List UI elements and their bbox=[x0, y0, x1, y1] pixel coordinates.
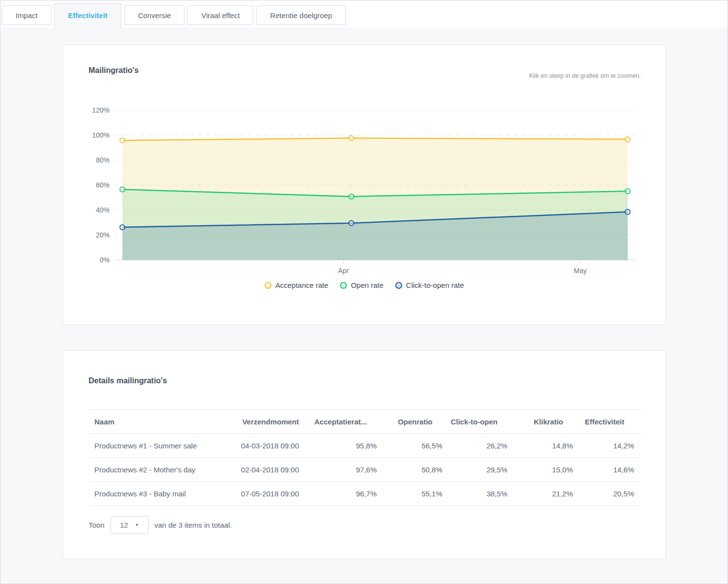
x-axis-label: Apr bbox=[338, 267, 349, 275]
legend-item-click-to-open-rate[interactable]: Click-to-open rate bbox=[395, 281, 464, 289]
legend-marker-icon bbox=[265, 282, 272, 289]
x-axis-label: May bbox=[574, 267, 587, 275]
table-cell: 14,6% bbox=[573, 458, 641, 482]
table-cell: 15,0% bbox=[507, 458, 573, 482]
table-cell: 55,1% bbox=[377, 482, 442, 506]
tab-retentie-doelgroep[interactable]: Retentie doelgroep bbox=[256, 5, 346, 25]
legend-label: Open rate bbox=[351, 281, 384, 289]
data-point-marker[interactable] bbox=[120, 138, 125, 143]
table-row: Productnews #1 - Summer sale04-03-2018 0… bbox=[89, 434, 641, 458]
data-point-marker[interactable] bbox=[120, 187, 125, 192]
y-axis-label: 0% bbox=[100, 256, 110, 264]
legend-item-open-rate[interactable]: Open rate bbox=[340, 281, 384, 289]
tab-viraal-effect[interactable]: Viraal effect bbox=[187, 5, 253, 25]
table-cell: 29,5% bbox=[442, 458, 507, 482]
y-axis-label: 60% bbox=[96, 181, 110, 189]
analytics-page: ImpactEffectiviteitConversieViraal effec… bbox=[0, 0, 728, 584]
table-cell: 96,7% bbox=[299, 482, 377, 506]
mailing-ratios-card: Mailingratio's Klik en sleep in de grafi… bbox=[63, 45, 666, 325]
table-cell: 14,2% bbox=[573, 434, 641, 458]
table-cell: 20,5% bbox=[573, 482, 641, 506]
table-cell: Productnews #2 - Mother's day bbox=[89, 458, 235, 482]
table-cell: 26,2% bbox=[442, 434, 507, 458]
data-point-marker[interactable] bbox=[349, 221, 354, 226]
column-header-2[interactable]: Acceptatierat... bbox=[299, 410, 377, 434]
legend-marker-icon bbox=[395, 282, 402, 289]
table-row: Productnews #3 - Baby mail07-05-2018 09:… bbox=[89, 482, 641, 506]
page-size-select[interactable]: 12 ▼ bbox=[111, 516, 149, 534]
table-cell: 50,8% bbox=[377, 458, 442, 482]
table-cell: Productnews #3 - Baby mail bbox=[89, 482, 235, 506]
total-items-text: van de 3 items in totaal. bbox=[155, 521, 232, 529]
data-point-marker[interactable] bbox=[625, 188, 630, 193]
data-point-marker[interactable] bbox=[625, 210, 630, 214]
table-cell: 07-05-2018 09:00 bbox=[235, 482, 299, 506]
details-card: Details mailingratio's NaamVerzendmoment… bbox=[63, 350, 666, 559]
chevron-down-icon: ▼ bbox=[135, 523, 139, 527]
data-point-marker[interactable] bbox=[349, 136, 354, 140]
chart-legend: Acceptance rateOpen rateClick-to-open ra… bbox=[63, 281, 665, 289]
table-cell: 14,8% bbox=[507, 434, 573, 458]
tab-bar: ImpactEffectiviteitConversieViraal effec… bbox=[0, 0, 728, 27]
column-header-6[interactable]: Effectiviteit bbox=[573, 410, 641, 434]
legend-label: Click-to-open rate bbox=[406, 281, 464, 289]
column-header-4[interactable]: Click-to-open bbox=[442, 410, 507, 434]
table-cell: 56,5% bbox=[377, 434, 442, 458]
table-cell: 95,8% bbox=[299, 434, 377, 458]
table-title: Details mailingratio's bbox=[89, 376, 167, 385]
details-table: NaamVerzendmomentAcceptatierat...Openrat… bbox=[89, 409, 641, 506]
data-point-marker[interactable] bbox=[120, 225, 125, 230]
pagination-footer: Toon 12 ▼ van de 3 items in totaal. bbox=[89, 516, 232, 534]
y-axis-label: 40% bbox=[96, 206, 110, 214]
chart-title: Mailingratio's bbox=[89, 66, 138, 75]
chart-zoom-hint: Klik en sleep in de grafiek om te zoomen… bbox=[529, 72, 641, 79]
data-point-marker[interactable] bbox=[349, 194, 354, 199]
table-cell: Productnews #1 - Summer sale bbox=[89, 434, 235, 458]
table-header-row: NaamVerzendmomentAcceptatierat...Openrat… bbox=[89, 410, 641, 434]
show-label: Toon bbox=[89, 521, 105, 529]
page-size-value: 12 bbox=[120, 521, 128, 529]
column-header-3[interactable]: Openratio bbox=[377, 410, 442, 434]
table-row: Productnews #2 - Mother's day02-04-2018 … bbox=[89, 458, 641, 482]
table-cell: 38,5% bbox=[442, 482, 507, 506]
mailing-ratios-chart[interactable]: 0%20%40%60%80%100%120%AprMay bbox=[63, 89, 666, 281]
tab-impact[interactable]: Impact bbox=[2, 5, 51, 25]
table-cell: 04-03-2018 09:00 bbox=[235, 434, 299, 458]
legend-marker-icon bbox=[340, 282, 347, 289]
content-area: Mailingratio's Klik en sleep in de grafi… bbox=[0, 27, 728, 584]
table-cell: 21,2% bbox=[507, 482, 573, 506]
legend-label: Acceptance rate bbox=[275, 281, 328, 289]
column-header-0[interactable]: Naam bbox=[89, 410, 235, 434]
column-header-5[interactable]: Klikratio bbox=[507, 410, 573, 434]
data-point-marker[interactable] bbox=[625, 137, 630, 141]
y-axis-label: 120% bbox=[92, 106, 110, 114]
table-cell: 02-04-2018 09:00 bbox=[235, 458, 299, 482]
tab-effectiviteit[interactable]: Effectiviteit bbox=[54, 3, 121, 27]
tab-conversie[interactable]: Conversie bbox=[124, 5, 185, 25]
legend-item-acceptance-rate[interactable]: Acceptance rate bbox=[265, 281, 328, 289]
column-header-1[interactable]: Verzendmoment bbox=[235, 410, 299, 434]
y-axis-label: 20% bbox=[96, 231, 110, 239]
table-cell: 97,6% bbox=[299, 458, 377, 482]
y-axis-label: 80% bbox=[96, 156, 110, 164]
y-axis-label: 100% bbox=[92, 131, 110, 139]
